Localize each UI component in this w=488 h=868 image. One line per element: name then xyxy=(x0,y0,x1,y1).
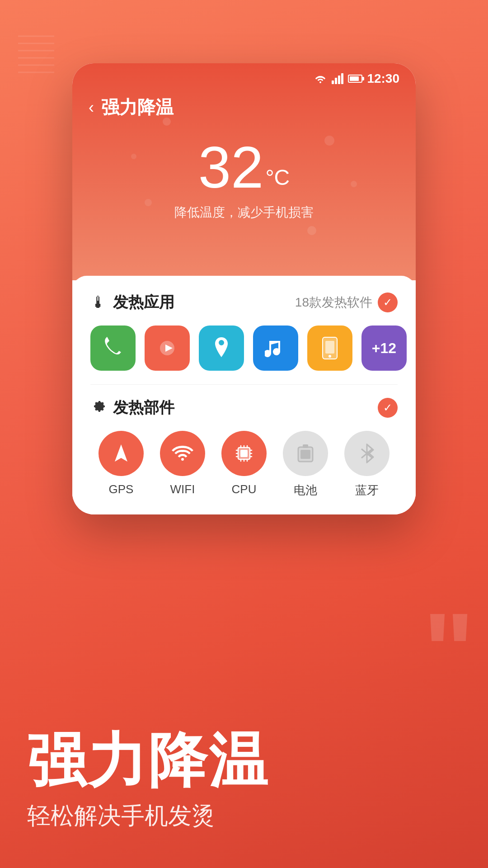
bg-decoration-topleft xyxy=(18,27,59,81)
battery-icon xyxy=(348,75,362,83)
apps-row: +12 xyxy=(90,326,398,371)
component-wifi[interactable]: WIFI xyxy=(152,431,213,496)
heat-apps-meta: 18款发热软件 ✓ xyxy=(295,292,398,312)
app-icon-music[interactable] xyxy=(253,326,298,371)
bluetooth-circle xyxy=(344,431,389,476)
bottom-hero: 强力降温 轻松解决手机发烫 xyxy=(0,701,488,868)
svg-rect-13 xyxy=(325,341,334,354)
app-icon-phone2[interactable] xyxy=(307,326,352,371)
gear-icon xyxy=(90,398,107,418)
svg-rect-9 xyxy=(341,73,343,84)
svg-rect-6 xyxy=(332,80,334,84)
battery-label: 电池 xyxy=(294,482,317,498)
heat-components-header: 发热部件 ✓ xyxy=(90,397,398,418)
svg-rect-8 xyxy=(338,75,340,84)
wifi-circle xyxy=(160,431,205,476)
app-icon-video[interactable] xyxy=(145,326,190,371)
gps-label: GPS xyxy=(109,482,134,496)
phone-mockup: 12:30 ‹ 强力降温 32°C 降低温度，减少手机损害 🌡 发热应用 18款… xyxy=(72,63,416,514)
status-icons: 12:30 xyxy=(314,71,399,86)
back-arrow-icon[interactable]: ‹ xyxy=(89,98,94,117)
hero-title: 强力降温 xyxy=(27,728,461,793)
battery-circle xyxy=(283,431,328,476)
components-row: GPS WIFI xyxy=(90,431,398,498)
temperature-display: 32°C 降低温度，减少手机损害 xyxy=(72,124,416,230)
nav-title: 强力降温 xyxy=(101,95,174,120)
heat-apps-header: 🌡 发热应用 18款发热软件 ✓ xyxy=(90,292,398,313)
temperature-value: 32 xyxy=(198,138,264,197)
white-card: 🌡 发热应用 18款发热软件 ✓ xyxy=(72,276,416,514)
component-cpu[interactable]: CPU xyxy=(213,431,275,496)
heat-apps-count: 18款发热软件 xyxy=(295,294,372,311)
svg-point-14 xyxy=(328,355,331,358)
heat-components-title: 发热部件 xyxy=(113,397,174,418)
svg-rect-7 xyxy=(335,78,337,84)
nav-bar: ‹ 强力降温 xyxy=(72,86,416,124)
svg-rect-31 xyxy=(300,450,310,459)
svg-rect-30 xyxy=(303,444,308,448)
app-icon-phone[interactable] xyxy=(90,326,136,371)
heat-apps-title: 发热应用 xyxy=(113,292,174,313)
signal-icon xyxy=(332,73,343,84)
heat-components-check[interactable]: ✓ xyxy=(378,398,398,418)
wifi-label: WIFI xyxy=(170,482,195,496)
thermometer-icon: 🌡 xyxy=(90,293,107,312)
heat-components-section: 发热部件 ✓ GPS xyxy=(72,385,416,514)
heat-apps-section: 🌡 发热应用 18款发热软件 ✓ xyxy=(72,276,416,384)
gps-circle xyxy=(99,431,144,476)
app-icon-more[interactable]: +12 xyxy=(361,326,407,371)
cpu-circle xyxy=(221,431,267,476)
component-battery[interactable]: 电池 xyxy=(275,431,336,498)
svg-rect-16 xyxy=(240,450,248,457)
heat-apps-check[interactable]: ✓ xyxy=(378,292,398,312)
wifi-icon xyxy=(314,73,327,84)
app-icon-map[interactable] xyxy=(199,326,244,371)
cpu-label: CPU xyxy=(232,482,257,496)
bg-decoration-quotemark: " xyxy=(423,597,474,705)
heat-apps-header-left: 🌡 发热应用 xyxy=(90,292,174,313)
status-bar: 12:30 xyxy=(72,63,416,86)
hero-subtitle: 轻松解决手机发烫 xyxy=(27,800,461,832)
temperature-unit: °C xyxy=(265,165,290,189)
component-bluetooth[interactable]: 蓝牙 xyxy=(336,431,398,498)
component-gps[interactable]: GPS xyxy=(90,431,152,496)
heat-components-header-left: 发热部件 xyxy=(90,397,174,418)
temperature-subtitle: 降低温度，减少手机损害 xyxy=(72,204,416,221)
phone-header: 12:30 ‹ 强力降温 32°C 降低温度，减少手机损害 xyxy=(72,63,416,280)
more-count-label: +12 xyxy=(372,340,396,357)
status-time: 12:30 xyxy=(367,71,399,86)
bluetooth-label: 蓝牙 xyxy=(355,482,379,498)
